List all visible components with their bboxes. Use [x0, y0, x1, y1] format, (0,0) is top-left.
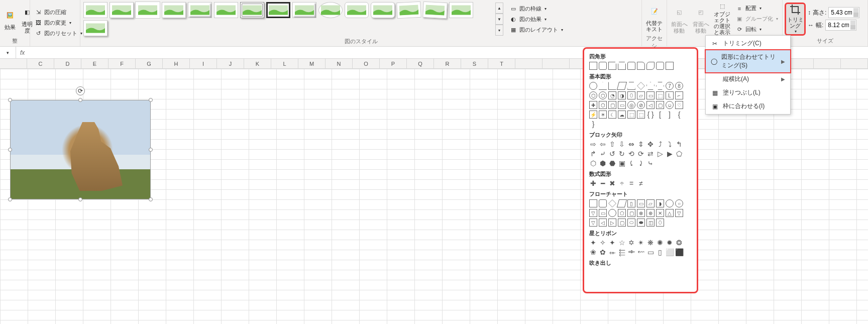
shape-ar[interactable]: ⇨	[589, 140, 597, 148]
shape-fc[interactable]: ◗	[656, 199, 664, 207]
shape-ar[interactable]: ↺	[608, 150, 616, 158]
shape-ar[interactable]: ⬡	[589, 159, 597, 167]
column-header[interactable]: K	[244, 59, 271, 68]
shape-ar[interactable]: ▷	[656, 150, 664, 158]
shape-rect[interactable]	[589, 62, 597, 70]
style-thumb[interactable]	[292, 2, 316, 18]
column-header[interactable]: J	[217, 59, 244, 68]
crop-menu-crop-to-shape[interactable]: ◯図形に合わせてトリミング(S)▶	[705, 49, 791, 73]
shape-brace5[interactable]: }	[589, 120, 597, 128]
shape-fc[interactable]	[666, 199, 674, 207]
name-box[interactable]: ▾	[0, 47, 16, 58]
picture-layout-button[interactable]: ▦図のレイアウト▾	[507, 25, 565, 35]
shape-rb[interactable]: ⬰	[608, 248, 616, 256]
shape-ar[interactable]: ⟳	[637, 150, 645, 158]
shape-st[interactable]: ✺	[656, 239, 664, 247]
shape-brace1[interactable]: { }	[646, 111, 655, 119]
resize-handle[interactable]	[149, 148, 153, 152]
column-header[interactable]: I	[190, 59, 217, 68]
shape-sniprect[interactable]	[608, 62, 616, 70]
shape-fc[interactable]: ▢	[618, 219, 626, 227]
shape-st[interactable]: ✦	[608, 239, 616, 247]
shape-pent[interactable]	[646, 82, 655, 90]
shape-eq[interactable]: ÷	[618, 179, 626, 187]
shape-fc[interactable]: ○	[675, 199, 683, 207]
shape-st[interactable]: ❋	[646, 239, 655, 247]
column-header[interactable]: P	[380, 59, 407, 68]
shape-st[interactable]: ✿	[599, 248, 607, 256]
shape-c9[interactable]: ☾	[608, 111, 616, 119]
shape-roundrect[interactable]	[599, 62, 607, 70]
style-thumb[interactable]	[136, 2, 160, 18]
shape-st[interactable]: ✡	[627, 239, 635, 247]
shape-st[interactable]: ✧	[599, 239, 607, 247]
shape-ar[interactable]: ⇦	[599, 140, 607, 148]
shape-st[interactable]: ✹	[666, 239, 674, 247]
picture-border-button[interactable]: ▭図の枠線▾	[507, 4, 565, 14]
gallery-up-icon[interactable]: ▲	[495, 3, 503, 14]
shape-fc[interactable]: ▽	[589, 209, 597, 217]
shape-fc[interactable]: ◫	[646, 219, 655, 227]
style-gallery[interactable]	[82, 1, 494, 37]
shape-rect7[interactable]	[646, 62, 655, 70]
shape-ar[interactable]: ⟲	[627, 150, 635, 158]
gallery-more-icon[interactable]: ▾	[495, 25, 503, 36]
shape-st[interactable]: ✦	[589, 239, 597, 247]
crop-menu-fit[interactable]: ▣枠に合わせる(I)	[706, 99, 790, 113]
shape-fc[interactable]	[608, 199, 616, 207]
shape-fc[interactable]: ◁	[599, 219, 607, 227]
shape-ar[interactable]: ▣	[618, 159, 626, 167]
resize-handle[interactable]	[8, 197, 12, 201]
style-thumb[interactable]	[188, 2, 212, 18]
shape-b2[interactable]: ◑	[618, 91, 626, 99]
shape-c1[interactable]: ◎	[627, 101, 635, 109]
column-header[interactable]: H	[163, 59, 190, 68]
resize-handle[interactable]	[8, 148, 12, 152]
shape-fc[interactable]	[608, 209, 616, 217]
width-input[interactable]	[825, 20, 856, 31]
shape-fc[interactable]: ▽	[675, 209, 683, 217]
shape-n10[interactable]: ⬡	[589, 91, 597, 99]
picture-effects-button[interactable]: ◐図の効果▾	[507, 14, 565, 24]
shape-ar[interactable]: ⤹	[627, 159, 635, 167]
shape-eq[interactable]: =	[627, 179, 635, 187]
column-header[interactable]: S	[461, 59, 488, 68]
shape-b1[interactable]: ◔	[608, 91, 616, 99]
shape-ar[interactable]: ⇔	[627, 140, 635, 148]
shape-ar[interactable]: ⇕	[637, 140, 645, 148]
shape-b5[interactable]: ▭	[646, 91, 655, 99]
shape-ar[interactable]: ⤶	[599, 150, 607, 158]
shape-b4[interactable]: ▱	[637, 91, 645, 99]
shape-fc[interactable]: ⬬	[637, 219, 645, 227]
shape-ar[interactable]: ↱	[589, 150, 597, 158]
shape-ar[interactable]: ⇄	[646, 150, 655, 158]
style-thumb[interactable]	[266, 2, 290, 18]
shape-fc[interactable]: ✕	[656, 209, 664, 217]
fx-icon[interactable]: fx	[16, 49, 29, 56]
column-header[interactable]: D	[54, 59, 81, 68]
column-header[interactable]: C	[27, 59, 54, 68]
rotate-button[interactable]: ⟳回転▾	[733, 25, 780, 35]
resize-handle[interactable]	[78, 197, 82, 201]
shape-fc[interactable]: ▭	[599, 209, 607, 217]
shape-c11[interactable]: ⬚	[627, 111, 635, 119]
resize-handle[interactable]	[78, 98, 82, 102]
shape-fc[interactable]: ▷	[608, 219, 616, 227]
shape-diamond[interactable]	[637, 82, 645, 90]
column-header[interactable]	[515, 59, 542, 68]
shape-b7[interactable]: L	[666, 91, 674, 99]
shape-c2[interactable]: ⊘	[637, 101, 645, 109]
shape-n7[interactable]: 7	[666, 82, 674, 90]
shape-ar[interactable]: ⬢	[599, 159, 607, 167]
shape-b12[interactable]: ▭	[618, 101, 626, 109]
shape-eq[interactable]: ≠	[637, 179, 645, 187]
selected-picture[interactable]: ⟳	[10, 100, 151, 199]
selection-pane-button[interactable]: ⬚オブジェクトの選択と表示	[712, 3, 732, 36]
resize-handle[interactable]	[149, 197, 153, 201]
style-thumb[interactable]	[83, 20, 107, 36]
column-header[interactable]	[0, 59, 27, 68]
compress-pictures-button[interactable]: ⇲図の圧縮	[32, 7, 84, 17]
crop-menu-crop[interactable]: ✂トリミング(C)	[706, 37, 790, 50]
shape-tri[interactable]	[599, 82, 607, 90]
shape-fc[interactable]: ▢	[627, 209, 635, 217]
